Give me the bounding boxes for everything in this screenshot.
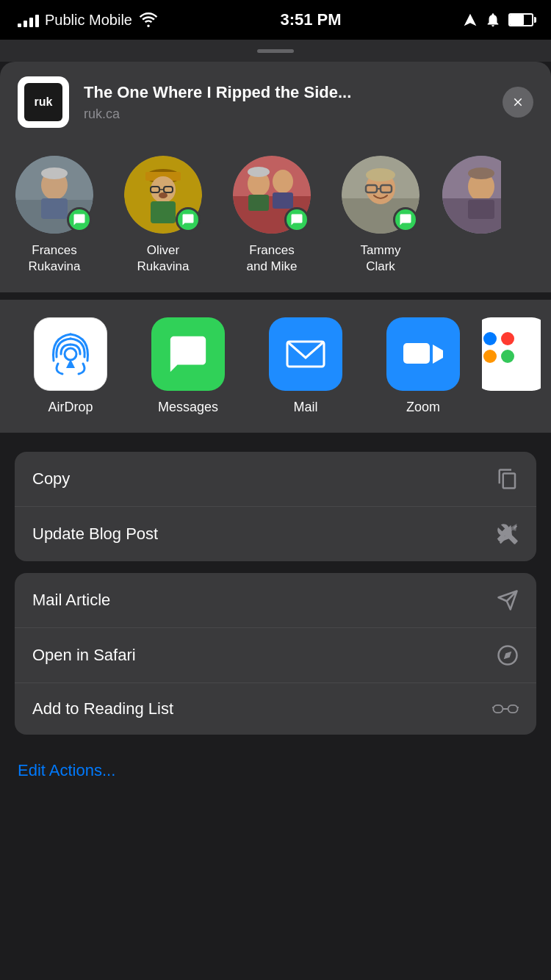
extra-avatar-art <box>442 156 501 234</box>
open-in-safari-label: Open in Safari <box>32 646 136 665</box>
messages-label: Messages <box>158 400 218 415</box>
zoom-icon-container <box>386 317 460 391</box>
messages-icon <box>399 213 412 226</box>
carrier-label: Public Mobile <box>45 12 132 29</box>
zoom-label: Zoom <box>406 400 440 415</box>
mail-article-action[interactable]: Mail Article <box>15 573 536 628</box>
glasses-icon <box>492 702 519 716</box>
status-right <box>463 12 533 28</box>
tools-icon <box>497 523 519 545</box>
contact-avatar-wrap <box>233 156 311 234</box>
svg-point-27 <box>366 168 395 181</box>
close-icon <box>511 96 525 109</box>
copy-icon-svg <box>497 468 519 490</box>
messages-badge-frances-mike <box>284 207 309 232</box>
section-divider-1 <box>0 292 551 300</box>
location-icon <box>463 12 478 27</box>
add-to-reading-list-label: Add to Reading List <box>32 699 173 718</box>
svg-rect-41 <box>508 705 518 713</box>
messages-icon <box>290 213 303 226</box>
svg-point-4 <box>41 167 68 179</box>
section-divider-2 <box>0 433 551 440</box>
copy-icon <box>497 468 519 490</box>
mail-app-icon <box>283 331 328 377</box>
svg-point-18 <box>273 170 293 193</box>
contact-oliver-rukavina[interactable]: OliverRukavina <box>109 156 217 275</box>
update-blog-post-label: Update Blog Post <box>32 525 158 544</box>
edit-actions-button[interactable]: Edit Actions... <box>18 761 115 779</box>
messages-badge-frances-r <box>67 207 92 232</box>
svg-point-12 <box>159 192 168 198</box>
drag-handle-area <box>0 40 551 62</box>
messages-icon <box>181 213 195 226</box>
add-to-reading-list-action[interactable]: Add to Reading List <box>15 683 536 735</box>
time-display: 3:51 PM <box>280 10 341 29</box>
contacts-row: FrancesRukavina <box>0 143 551 292</box>
airdrop-icon-container <box>34 317 107 391</box>
messages-badge-tammy <box>393 207 418 232</box>
send-icon-svg <box>497 589 519 611</box>
copy-label: Copy <box>32 469 70 489</box>
contact-avatar-wrap <box>342 156 419 234</box>
svg-rect-40 <box>493 705 503 713</box>
app-item-messages[interactable]: Messages <box>129 317 247 415</box>
contact-name-oliver: OliverRukavina <box>137 242 190 275</box>
contact-frances-rukavina[interactable]: FrancesRukavina <box>0 156 109 275</box>
app-item-mail[interactable]: Mail <box>247 317 364 415</box>
open-in-safari-action[interactable]: Open in Safari <box>15 628 536 683</box>
update-blog-post-action[interactable]: Update Blog Post <box>15 507 536 561</box>
svg-marker-37 <box>433 345 443 364</box>
app-item-airdrop[interactable]: AirDrop <box>12 317 129 415</box>
mail-icon-container <box>269 317 342 391</box>
share-title: The One Where I Ripped the Side... <box>84 82 488 104</box>
svg-rect-20 <box>248 195 269 211</box>
contact-name-tammy: TammyClark <box>361 242 401 275</box>
alarm-icon <box>485 12 501 28</box>
compass-icon-svg <box>497 644 519 666</box>
app-item-zoom[interactable]: Zoom <box>364 317 482 415</box>
svg-rect-36 <box>403 343 430 364</box>
svg-point-30 <box>468 167 494 179</box>
signal-bars <box>18 12 39 27</box>
app-icon: ruk <box>18 76 69 128</box>
zoom-app-icon <box>400 331 446 377</box>
apps-row: AirDrop Messages Mail Z <box>0 300 551 433</box>
compass-icon <box>497 644 519 666</box>
svg-rect-13 <box>151 201 176 223</box>
contact-name-frances-mike: Francesand Mike <box>247 242 298 275</box>
actions-section-1: Copy Update Blog Post <box>15 452 536 561</box>
contact-frances-and-mike[interactable]: Francesand Mike <box>217 156 326 275</box>
glasses-icon-svg <box>492 702 519 716</box>
mail-label: Mail <box>293 400 317 415</box>
send-icon <box>497 589 519 611</box>
messages-icon <box>73 213 86 226</box>
app-item-extra[interactable] <box>482 317 541 415</box>
actions-section-2: Mail Article Open in Safari Add to Readi… <box>15 573 536 735</box>
contact-avatar-wrap <box>442 156 501 234</box>
battery-icon <box>508 13 533 26</box>
airdrop-icon <box>48 331 93 377</box>
contact-avatar-wrap <box>124 156 202 234</box>
extra-app-icon <box>482 317 541 391</box>
mail-article-label: Mail Article <box>32 591 110 610</box>
close-button[interactable] <box>503 87 533 118</box>
wifi-icon <box>138 12 159 28</box>
status-left: Public Mobile <box>18 12 159 29</box>
share-header: ruk The One Where I Ripped the Side... r… <box>0 62 551 143</box>
contact-name-frances-r: FrancesRukavina <box>29 242 81 275</box>
status-bar: Public Mobile 3:51 PM <box>0 0 551 40</box>
copy-action[interactable]: Copy <box>15 452 536 507</box>
messages-app-icon <box>167 333 209 375</box>
share-title-block: The One Where I Ripped the Side... ruk.c… <box>84 82 488 122</box>
edit-actions-section: Edit Actions... <box>0 746 551 807</box>
svg-rect-19 <box>273 192 293 209</box>
contact-tammy-clark[interactable]: TammyClark <box>326 156 435 275</box>
drag-handle <box>257 49 294 53</box>
svg-rect-3 <box>41 198 68 219</box>
svg-point-33 <box>65 348 76 360</box>
svg-rect-32 <box>468 200 494 219</box>
contact-extra[interactable] <box>435 156 508 275</box>
share-url: ruk.ca <box>84 107 488 122</box>
app-icon-text: ruk <box>35 96 53 109</box>
messages-icon-container <box>151 317 225 391</box>
